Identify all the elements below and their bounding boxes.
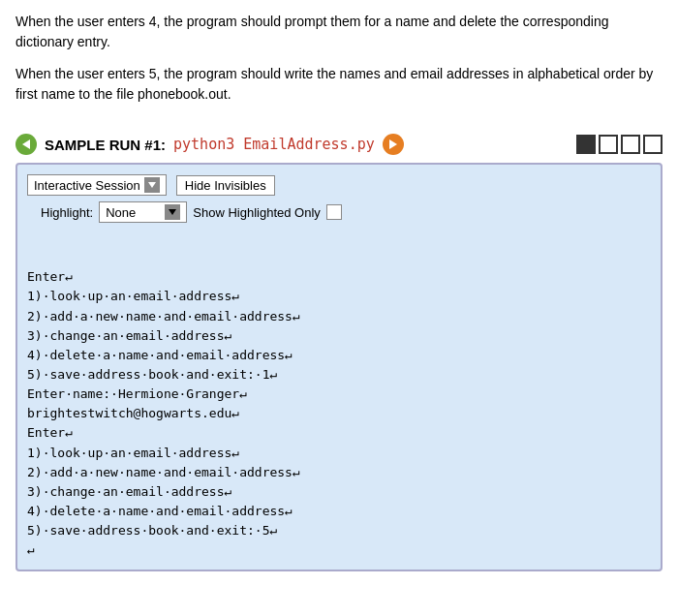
terminal-line: 2)·add·a·new·name·and·email·address↵ [27, 463, 651, 482]
terminal-line: 1)·look·up·an·email·address↵ [27, 287, 651, 306]
svg-marker-1 [389, 139, 397, 149]
description-para1: When the user enters 4, the program shou… [15, 12, 663, 52]
terminal-line: 5)·save·address·book·and·exit:·5↵ [27, 521, 651, 540]
terminal-line: 5)·save·address·book·and·exit:·1↵ [27, 365, 651, 385]
terminal-line: Enter↵ [27, 423, 651, 443]
terminal-line: 4)·delete·a·name·and·email·address↵ [27, 346, 651, 365]
grid-icon-1 [576, 135, 596, 154]
next-arrow-button[interactable] [383, 134, 404, 155]
description-para2: When the user enters 5, the program shou… [15, 64, 663, 105]
terminal-line: ↵ [27, 540, 651, 560]
svg-marker-2 [148, 182, 156, 188]
terminal-line: Enter↵ [27, 267, 651, 287]
sample-run-label: SAMPLE RUN #1: [45, 137, 166, 153]
terminal-line: 3)·change·an·email·address↵ [27, 326, 651, 346]
svg-marker-0 [22, 139, 30, 149]
session-dropdown-arrow-icon [144, 177, 160, 193]
show-highlighted-checkbox[interactable] [326, 204, 342, 220]
hide-invisibles-button[interactable]: Hide Invisibles [176, 175, 275, 196]
highlight-value: None [106, 205, 136, 220]
session-dropdown-label: Interactive Session [34, 178, 140, 193]
terminal-line: 1)·look·up·an·email·address↵ [27, 444, 651, 463]
terminal-line: Enter·name:·Hermione·Granger↵ [27, 385, 651, 404]
terminal-line: brightestwitch@hogwarts.edu↵ [27, 404, 651, 423]
description-block: When the user enters 4, the program shou… [15, 12, 663, 105]
highlight-row: Highlight: None Show Highlighted Only [27, 201, 651, 223]
grid-icon-2 [599, 135, 618, 154]
highlight-dropdown[interactable]: None [99, 201, 187, 223]
sample-run-header: SAMPLE RUN #1: python3 EmailAddress.py [15, 134, 663, 155]
terminal-toolbar: Interactive Session Hide Invisibles [27, 174, 651, 196]
session-dropdown[interactable]: Interactive Session [27, 174, 167, 196]
grid-icon-3 [621, 135, 640, 154]
terminal-line: 3)·change·an·email·address↵ [27, 482, 651, 502]
grid-icons [576, 135, 663, 154]
terminal-panel: Interactive Session Hide Invisibles High… [15, 163, 663, 571]
page-container: When the user enters 4, the program shou… [0, 0, 678, 583]
terminal-line: 2)·add·a·new·name·and·email·address↵ [27, 307, 651, 326]
terminal-content: Enter↵1)·look·up·an·email·address↵2)·add… [27, 229, 651, 560]
svg-marker-3 [169, 209, 176, 215]
grid-icon-4 [643, 135, 663, 154]
sample-run-command: python3 EmailAddress.py [173, 136, 375, 153]
highlight-label: Highlight: [41, 205, 93, 220]
highlight-dropdown-arrow-icon [165, 204, 180, 220]
terminal-line: 4)·delete·a·name·and·email·address↵ [27, 502, 651, 521]
prev-arrow-button[interactable] [15, 134, 37, 155]
show-highlighted-label: Show Highlighted Only [193, 205, 321, 220]
